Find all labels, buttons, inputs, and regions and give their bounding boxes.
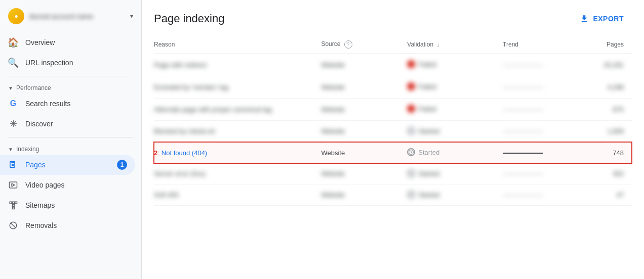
trend-line	[503, 153, 543, 154]
video-pages-icon	[8, 180, 18, 190]
not-found-link[interactable]: Not found (404)	[162, 149, 207, 157]
trend-cell	[503, 184, 579, 206]
sidebar-item-video-pages[interactable]: Video pages	[0, 175, 135, 195]
sidebar: ● blurred account name ▾ 🏠 Overview 🔍 UR…	[0, 0, 142, 279]
svg-rect-11	[13, 207, 15, 209]
trend-line	[503, 174, 543, 175]
failed-dot-icon	[407, 60, 415, 68]
reason-cell: 2 Not found (404)	[154, 142, 321, 164]
export-button[interactable]: EXPORT	[572, 10, 632, 27]
pages-badge: 1	[117, 160, 127, 170]
table-row: Excluded by 'noindex' tag Website Failed…	[154, 76, 632, 99]
table-row-highlighted[interactable]: 2 Not found (404) Website S	[154, 142, 632, 164]
validation-cell: Started	[407, 142, 503, 164]
svg-rect-9	[15, 202, 17, 204]
failed-dot-icon	[407, 105, 415, 113]
clock-icon	[407, 191, 415, 199]
table-row: Page with redirect Website Failed 25,291	[154, 54, 632, 76]
annotation-2: 2	[154, 149, 157, 157]
validation-cell: Failed	[407, 99, 503, 121]
help-icon[interactable]: ?	[344, 40, 352, 49]
search-icon: 🔍	[8, 58, 18, 68]
sidebar-item-overview[interactable]: 🏠 Overview	[0, 32, 135, 53]
divider	[8, 76, 133, 76]
trend-cell	[503, 54, 579, 76]
reason-cell: Blocked by robots.txt	[154, 121, 321, 142]
col-header-pages: Pages	[579, 35, 632, 54]
trend-cell	[503, 99, 579, 121]
validation-cell: Failed	[407, 54, 503, 76]
export-label: EXPORT	[593, 15, 624, 23]
validation-cell: Failed	[407, 76, 503, 99]
sitemaps-icon	[8, 200, 18, 210]
trend-cell	[503, 142, 579, 164]
collapse-icon: ▼	[8, 147, 13, 152]
main-content: Page indexing EXPORT Reason Source ? Val…	[142, 0, 644, 279]
source-cell: Website	[321, 54, 407, 76]
failed-dot-icon	[407, 82, 415, 90]
account-avatar: ●	[8, 8, 24, 24]
home-icon: 🏠	[8, 37, 18, 48]
validation-cell: Started	[407, 121, 503, 142]
trend-line	[503, 87, 543, 88]
account-name: blurred account name	[29, 13, 125, 20]
col-header-validation[interactable]: Validation ↓	[407, 35, 503, 54]
table-container: Reason Source ? Validation ↓ Trend Pages	[142, 35, 644, 279]
sidebar-item-discover[interactable]: ✳ Discover	[0, 114, 135, 134]
source-cell: Website	[321, 163, 407, 184]
sidebar-item-label: Removals	[25, 221, 57, 229]
trend-line	[503, 110, 543, 111]
sidebar-item-label: URL inspection	[25, 59, 73, 67]
collapse-icon: ▼	[8, 85, 13, 91]
chevron-down-icon: ▾	[130, 13, 133, 20]
trend-line	[503, 195, 543, 196]
sidebar-item-sitemaps[interactable]: Sitemaps	[0, 195, 135, 215]
col-header-reason: Reason	[154, 35, 321, 54]
table-row: Soft 404 Website Started	[154, 184, 632, 206]
svg-rect-10	[13, 205, 15, 207]
sidebar-nav: 🏠 Overview 🔍 URL inspection ▼ Performanc…	[0, 32, 141, 275]
svg-line-13	[11, 223, 16, 228]
sidebar-item-pages[interactable]: Pages 1	[0, 155, 135, 175]
pages-cell: 748	[579, 142, 632, 164]
col-header-source[interactable]: Source ?	[321, 35, 407, 54]
sidebar-item-label: Search results	[25, 100, 70, 108]
svg-rect-8	[13, 202, 15, 204]
pages-icon	[8, 160, 18, 170]
svg-rect-3	[10, 182, 17, 188]
trend-cell	[503, 163, 579, 184]
google-icon: G	[8, 99, 18, 109]
validation-cell: Started	[407, 184, 503, 206]
clock-icon	[407, 148, 415, 156]
reason-cell: Alternate page with proper canonical tag	[154, 99, 321, 121]
table-row: Alternate page with proper canonical tag…	[154, 99, 632, 121]
sidebar-item-url-inspection[interactable]: 🔍 URL inspection	[0, 53, 135, 73]
source-cell: Website	[321, 76, 407, 99]
pages-cell: 302	[579, 163, 632, 184]
svg-rect-7	[10, 202, 12, 204]
account-selector[interactable]: ● blurred account name ▾	[0, 4, 141, 32]
sidebar-item-label: Sitemaps	[25, 201, 55, 209]
svg-line-6	[12, 185, 15, 187]
pages-cell: 1,809	[579, 121, 632, 142]
discover-icon: ✳	[8, 119, 18, 129]
indexing-table: Reason Source ? Validation ↓ Trend Pages	[154, 35, 632, 206]
indexing-section-label: ▼ Indexing	[0, 141, 141, 155]
page-title: Page indexing	[154, 12, 224, 25]
sidebar-item-removals[interactable]: Removals	[0, 215, 135, 236]
sidebar-item-label: Video pages	[25, 181, 65, 189]
table-row: Blocked by robots.txt Website Started	[154, 121, 632, 142]
clock-icon	[407, 127, 415, 135]
trend-cell	[503, 121, 579, 142]
reason-cell: Soft 404	[154, 184, 321, 206]
pages-cell: 875	[579, 99, 632, 121]
trend-cell	[503, 76, 579, 99]
pages-cell: 47	[579, 184, 632, 206]
source-cell: Website	[321, 99, 407, 121]
reason-cell: Server error (5xx)	[154, 163, 321, 184]
sort-arrow-icon: ↓	[436, 41, 439, 48]
main-header: Page indexing EXPORT	[142, 0, 644, 35]
reason-cell: Excluded by 'noindex' tag	[154, 76, 321, 99]
sidebar-item-search-results[interactable]: G Search results	[0, 94, 135, 114]
performance-section-label: ▼ Performance	[0, 79, 141, 94]
